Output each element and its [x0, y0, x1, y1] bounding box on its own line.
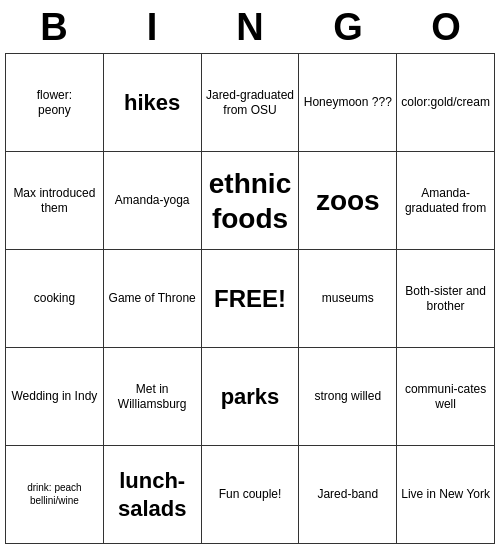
- bingo-cell-7: ethnic foods: [202, 152, 300, 250]
- bingo-cell-20: drink: peach bellini/wine: [6, 446, 104, 544]
- title-o: O: [401, 6, 491, 49]
- bingo-cell-14: Both-sister and brother: [397, 250, 495, 348]
- title-n: N: [205, 6, 295, 49]
- title-i: I: [107, 6, 197, 49]
- bingo-cell-6: Amanda-yoga: [104, 152, 202, 250]
- title-b: B: [9, 6, 99, 49]
- bingo-cell-2: Jared-graduated from OSU: [202, 54, 300, 152]
- bingo-cell-22: Fun couple!: [202, 446, 300, 544]
- bingo-cell-10: cooking: [6, 250, 104, 348]
- bingo-cell-16: Met in Williamsburg: [104, 348, 202, 446]
- bingo-cell-13: museums: [299, 250, 397, 348]
- bingo-cell-11: Game of Throne: [104, 250, 202, 348]
- bingo-cell-1: hikes: [104, 54, 202, 152]
- bingo-cell-21: lunch-salads: [104, 446, 202, 544]
- bingo-cell-23: Jared-band: [299, 446, 397, 544]
- bingo-cell-3: Honeymoon ???: [299, 54, 397, 152]
- bingo-cell-19: communi-cates well: [397, 348, 495, 446]
- bingo-cell-8: zoos: [299, 152, 397, 250]
- bingo-cell-5: Max introduced them: [6, 152, 104, 250]
- bingo-cell-4: color:gold/cream: [397, 54, 495, 152]
- bingo-cell-17: parks: [202, 348, 300, 446]
- bingo-cell-0: flower: peony: [6, 54, 104, 152]
- bingo-cell-9: Amanda-graduated from: [397, 152, 495, 250]
- bingo-cell-15: Wedding in Indy: [6, 348, 104, 446]
- bingo-grid: flower: peonyhikesJared-graduated from O…: [5, 53, 495, 544]
- bingo-cell-18: strong willed: [299, 348, 397, 446]
- title-g: G: [303, 6, 393, 49]
- bingo-cell-12: FREE!: [202, 250, 300, 348]
- bingo-cell-24: Live in New York: [397, 446, 495, 544]
- bingo-title: B I N G O: [5, 0, 495, 53]
